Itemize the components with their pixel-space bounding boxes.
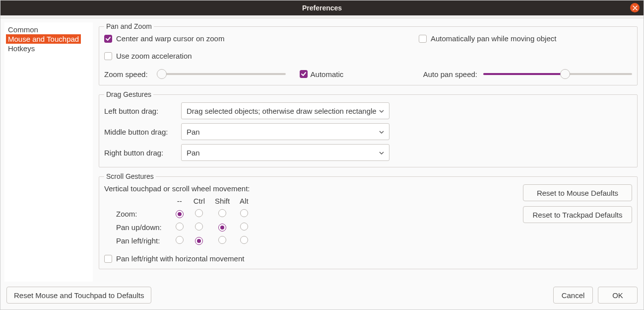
- auto-pan-speed-label: Auto pan speed:: [423, 70, 477, 78]
- check-center-warp-label: Center and warp cursor on zoom: [116, 34, 224, 43]
- reset-trackpad-defaults-button[interactable]: Reset to Trackpad Defaults: [523, 206, 632, 223]
- drag-middle-select[interactable]: Pan: [181, 123, 389, 140]
- zoom-speed-auto-row: Automatic: [300, 70, 344, 78]
- check-zoom-accel[interactable]: [104, 52, 112, 60]
- check-hmov[interactable]: [104, 255, 112, 263]
- check-auto-pan-moving[interactable]: [419, 35, 427, 43]
- preferences-window: Preferences Common Mouse and Touchpad Ho…: [0, 0, 644, 310]
- chevron-down-icon: [379, 149, 384, 157]
- radio-panlr-alt[interactable]: [240, 236, 248, 244]
- ok-button[interactable]: OK: [598, 287, 638, 304]
- zoom-speed-auto-label: Automatic: [311, 70, 344, 78]
- pan-zoom-sliders: Zoom speed: Automatic: [104, 69, 632, 79]
- auto-pan-speed-slider[interactable]: [483, 69, 632, 79]
- col-shift: Shift: [210, 195, 235, 207]
- sidebar-item-mouse-touchpad[interactable]: Mouse and Touchpad: [6, 34, 81, 44]
- chevron-down-icon: [379, 107, 384, 115]
- cancel-button[interactable]: Cancel: [553, 287, 593, 304]
- main-area: Common Mouse and Touchpad Hotkeys Pan an…: [0, 18, 644, 282]
- row-zoom: Zoom:: [111, 207, 254, 221]
- col-ctrl: Ctrl: [189, 195, 210, 207]
- row-pan-ud: Pan up/down:: [111, 221, 254, 234]
- drag-right-value: Pan: [187, 149, 200, 157]
- check-zoom-accel-row: Use zoom acceleration: [104, 52, 419, 60]
- legend-drag-gestures: Drag Gestures: [104, 90, 153, 98]
- col-alt: Alt: [235, 195, 254, 207]
- scroll-heading: Vertical touchpad or scroll wheel moveme…: [104, 184, 513, 193]
- sidebar-item-common[interactable]: Common: [6, 25, 40, 34]
- close-icon[interactable]: [630, 3, 640, 12]
- drag-right-row: Right button drag: Pan: [104, 144, 632, 161]
- radio-zoom-none[interactable]: [176, 210, 184, 218]
- reset-all-button[interactable]: Reset Mouse and Touchpad to Defaults: [6, 287, 151, 304]
- row-pan-lr: Pan left/right:: [111, 234, 254, 247]
- radio-panlr-none[interactable]: [176, 236, 184, 244]
- group-drag-gestures: Drag Gestures Left button drag: Drag sel…: [99, 90, 638, 167]
- scroll-right: Reset to Mouse Defaults Reset to Trackpa…: [523, 184, 632, 263]
- radio-zoom-alt[interactable]: [240, 209, 248, 217]
- check-zoom-accel-label: Use zoom acceleration: [116, 52, 192, 60]
- drag-middle-row: Middle button drag: Pan: [104, 123, 632, 140]
- check-center-warp-row: Center and warp cursor on zoom: [104, 34, 419, 43]
- radio-zoom-shift[interactable]: [218, 209, 226, 217]
- sidebar: Common Mouse and Touchpad Hotkeys: [4, 22, 93, 282]
- content: Pan and Zoom Center and warp cursor on z…: [99, 22, 640, 282]
- window-body: Common Mouse and Touchpad Hotkeys Pan an…: [0, 18, 644, 310]
- drag-right-select[interactable]: Pan: [181, 144, 389, 161]
- chevron-down-icon: [379, 128, 384, 136]
- radio-panud-shift[interactable]: [218, 224, 226, 232]
- radio-panud-alt[interactable]: [240, 223, 248, 231]
- drag-left-row: Left button drag: Drag selected objects;…: [104, 102, 632, 119]
- legend-scroll-gestures: Scroll Gestures: [104, 172, 156, 180]
- window-title: Preferences: [302, 4, 342, 12]
- check-auto-pan-moving-row: Automatically pan while moving object: [419, 34, 632, 43]
- radio-zoom-ctrl[interactable]: [195, 209, 203, 217]
- zoom-speed-slider[interactable]: [157, 69, 286, 79]
- row-zoom-label: Zoom:: [111, 207, 171, 221]
- scroll-left: Vertical touchpad or scroll wheel moveme…: [104, 184, 513, 263]
- drag-right-label: Right button drag:: [104, 149, 176, 157]
- row-pan-lr-label: Pan left/right:: [111, 234, 171, 247]
- check-hmov-label: Pan left/right with horizontal movement: [116, 254, 244, 263]
- check-hmov-row: Pan left/right with horizontal movement: [104, 254, 513, 263]
- titlebar: Preferences: [0, 0, 644, 15]
- radio-panlr-shift[interactable]: [218, 236, 226, 244]
- group-pan-zoom: Pan and Zoom Center and warp cursor on z…: [99, 22, 638, 85]
- check-auto-pan-moving-label: Automatically pan while moving object: [431, 34, 556, 43]
- radio-panlr-ctrl[interactable]: [195, 237, 203, 245]
- bottombar: Reset Mouse and Touchpad to Defaults Can…: [0, 282, 644, 310]
- auto-pan-speed-area: Auto pan speed:: [423, 69, 632, 79]
- pan-zoom-top: Center and warp cursor on zoom Use zoom …: [104, 34, 632, 60]
- radio-panud-none[interactable]: [176, 223, 184, 231]
- scroll-inner: Vertical touchpad or scroll wheel moveme…: [104, 184, 632, 263]
- radio-panud-ctrl[interactable]: [195, 223, 203, 231]
- check-zoom-speed-auto[interactable]: [300, 70, 308, 78]
- drag-left-label: Left button drag:: [104, 107, 176, 115]
- sidebar-item-hotkeys[interactable]: Hotkeys: [6, 44, 37, 53]
- scroll-radio-grid: -- Ctrl Shift Alt Zoom:: [111, 195, 254, 247]
- drag-left-select[interactable]: Drag selected objects; otherwise draw se…: [181, 102, 389, 119]
- legend-pan-zoom: Pan and Zoom: [104, 22, 154, 30]
- check-center-warp[interactable]: [104, 35, 112, 43]
- zoom-speed-label: Zoom speed:: [104, 70, 148, 78]
- drag-left-value: Drag selected objects; otherwise draw se…: [187, 107, 377, 115]
- group-scroll-gestures: Scroll Gestures Vertical touchpad or scr…: [99, 172, 638, 269]
- row-pan-ud-label: Pan up/down:: [111, 221, 171, 234]
- col-none: --: [171, 195, 189, 207]
- drag-middle-label: Middle button drag:: [104, 128, 176, 136]
- drag-middle-value: Pan: [187, 128, 200, 136]
- zoom-speed-area: Zoom speed: Automatic: [104, 69, 343, 79]
- reset-mouse-defaults-button[interactable]: Reset to Mouse Defaults: [523, 184, 632, 201]
